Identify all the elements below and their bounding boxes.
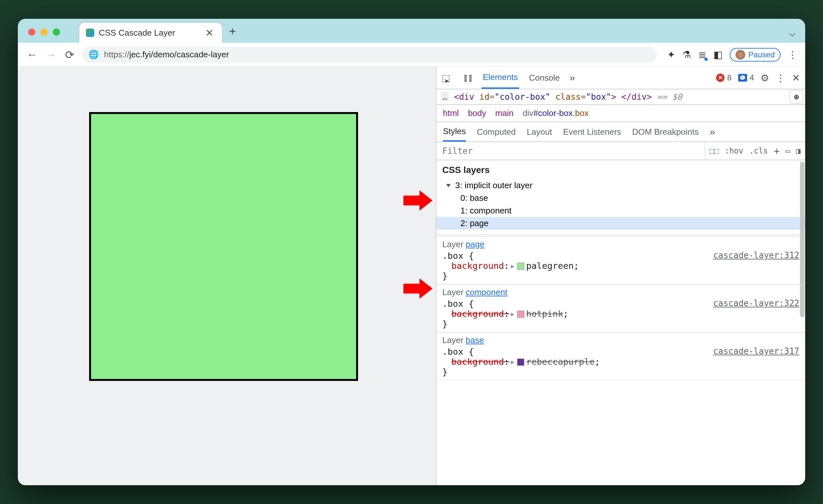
rule-declaration[interactable]: background: ▸ palegreen; [442,261,799,271]
svg-marker-0 [403,190,433,211]
site-info-icon[interactable]: 🌐 [89,49,99,59]
panel-icon[interactable]: ◧ [713,49,722,60]
styles-filter-input[interactable] [437,142,705,160]
close-tab-icon[interactable]: ✕ [203,27,215,38]
window-controls [28,28,60,36]
reload-button[interactable]: ⟳ [63,48,76,61]
toolbar: ← → ⟳ 🌐 https://jec.fyi/demo/cascade-lay… [18,43,805,67]
subtab-layout[interactable]: Layout [527,122,552,142]
layer-link[interactable]: component [466,287,507,297]
tab-elements[interactable]: Elements [482,67,519,89]
layer-label: Layer page [442,239,799,249]
message-count[interactable]: 💬 4 [738,73,754,82]
close-devtools-icon[interactable]: ✕ [792,72,800,83]
rule-source-link[interactable]: cascade-layer:322 [713,298,799,308]
back-button[interactable]: ← [26,48,38,61]
dom-breadcrumb: html body main div#color-box.box [437,105,805,122]
style-rule-block: Layer component cascade-layer:322 .box {… [437,284,805,332]
svg-marker-1 [403,279,433,299]
color-swatch[interactable] [517,263,524,270]
address-bar[interactable]: 🌐 https://jec.fyi/demo/cascade-layer [82,47,657,63]
cls-toggle[interactable]: .cls [749,146,768,156]
more-tabs-icon[interactable]: » [569,72,575,83]
breadcrumb-main[interactable]: main [495,108,514,118]
tab-console[interactable]: Console [527,67,561,89]
color-swatch[interactable] [517,311,524,318]
layer-label: Layer base [442,335,799,345]
page-viewport [18,67,436,485]
settings-icon[interactable]: ⚙ [761,72,769,83]
sidebar-toggle-icon[interactable]: ◨ [796,146,801,156]
dom-tree-line[interactable]: … <div id="color-box" class="box"> </div… [437,90,805,105]
inspect-icon[interactable]: ⬚➤ [442,72,455,83]
dom-collapse-icon[interactable]: … [441,92,449,102]
error-icon: ✕ [716,73,724,82]
accessibility-icon[interactable]: ⊕ [790,90,803,104]
message-icon: 💬 [738,74,747,81]
styles-filter-bar: ⬚⬚ :hov .cls + ▭ ◨ [437,142,805,160]
extension-icons: ✦ ⚗ ≣ ◧ Paused ⋮ [667,48,797,61]
separator [437,234,805,237]
style-rule-block: Layer page cascade-layer:312 .box { back… [437,237,805,284]
layer-tree-item-selected[interactable]: 2: page [437,217,805,230]
url-text: https://jec.fyi/demo/cascade-layer [104,49,229,59]
subtab-event-listeners[interactable]: Event Listeners [563,122,621,142]
flask-icon[interactable]: ⚗ [682,49,691,60]
css-layers-tree: 3: implicit outer layer 0: base 1: compo… [437,178,805,234]
profile-paused-pill[interactable]: Paused [730,48,781,61]
extensions-icon[interactable]: ✦ [667,49,675,60]
tab-strip: CSS Cascade Layer ✕ + ⌵ [18,19,805,43]
color-swatch[interactable] [517,359,524,366]
breadcrumb-html[interactable]: html [443,108,459,118]
breadcrumb-body[interactable]: body [468,108,486,118]
annotation-arrow [403,277,433,300]
rule-source-link[interactable]: cascade-layer:317 [713,346,799,356]
maximize-window-button[interactable] [53,28,60,36]
favicon [86,28,94,37]
minimize-window-button[interactable] [40,28,48,36]
avatar [735,50,745,59]
devtools-tabbar: ⬚➤ ⫿⫿ Elements Console » ✕ 8 💬 4 ⚙ ⋮ [437,67,805,90]
styles-pane: CSS layers 3: implicit outer layer 0: ba… [437,160,805,485]
close-window-button[interactable] [28,28,35,36]
more-subtabs-icon[interactable]: » [709,126,715,137]
rule-declaration[interactable]: background: ▸ hotpink; [442,309,799,319]
browser-menu-icon[interactable]: ⋮ [788,49,797,60]
devtools-panel: ⬚➤ ⫿⫿ Elements Console » ✕ 8 💬 4 ⚙ ⋮ [436,67,805,485]
layer-link[interactable]: page [466,239,484,249]
content-area: ⬚➤ ⫿⫿ Elements Console » ✕ 8 💬 4 ⚙ ⋮ [18,67,805,485]
subtab-computed[interactable]: Computed [477,122,516,142]
layer-label: Layer component [442,287,799,297]
browser-tab[interactable]: CSS Cascade Layer ✕ [79,23,222,43]
tab-dropdown-icon[interactable]: ⌵ [789,26,796,39]
breadcrumb-leaf[interactable]: div#color-box.box [523,108,589,118]
layer-tree-item[interactable]: 1: component [437,204,805,217]
new-rule-button[interactable]: + [774,145,780,157]
playlist-icon[interactable]: ≣ [698,49,706,60]
layer-link[interactable]: base [466,335,484,345]
error-count[interactable]: ✕ 8 [716,73,731,82]
annotation-arrow [403,189,433,212]
subtab-dom-breakpoints[interactable]: DOM Breakpoints [632,122,698,142]
hov-toggle[interactable]: :hov [724,146,743,156]
css-layers-header: CSS layers [437,160,805,178]
forward-button[interactable]: → [44,48,57,61]
layer-tree-item[interactable]: 0: base [437,192,805,204]
paused-label: Paused [749,50,775,59]
device-toggle-icon[interactable]: ⫿⫿ [463,72,473,83]
styles-subtabs: Styles Computed Layout Event Listeners D… [437,122,805,142]
computed-sidebar-icon[interactable]: ▭ [785,146,790,156]
devtools-menu-icon[interactable]: ⋮ [776,72,785,83]
rule-source-link[interactable]: cascade-layer:312 [713,250,799,260]
caret-icon [446,184,451,187]
style-rule-block: Layer base cascade-layer:317 .box { back… [437,332,805,380]
browser-window: CSS Cascade Layer ✕ + ⌵ ← → ⟳ 🌐 https://… [18,19,805,485]
layer-tree-root[interactable]: 3: implicit outer layer [437,179,805,192]
layers-toggle-icon[interactable]: ⬚⬚ [709,146,719,156]
rule-declaration[interactable]: background: ▸ rebeccapurple; [442,357,799,367]
new-tab-button[interactable]: + [229,25,236,38]
tab-title: CSS Cascade Layer [99,28,199,38]
subtab-styles[interactable]: Styles [443,122,466,142]
color-box [89,112,358,381]
